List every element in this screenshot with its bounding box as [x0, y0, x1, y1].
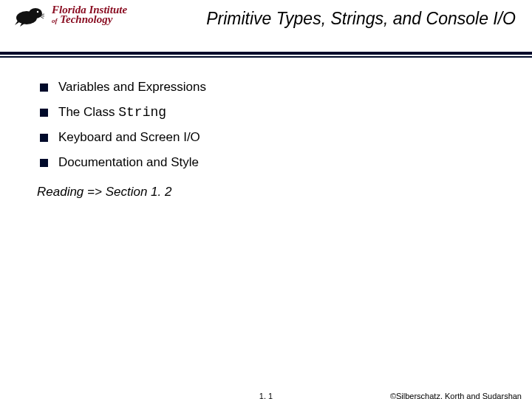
- panther-icon: [13, 4, 47, 28]
- slide-title: Primitive Types, Strings, and Console I/…: [206, 9, 516, 28]
- header-rule-thick: [0, 52, 532, 55]
- logo-text: Florida Institute of Technology: [52, 4, 127, 25]
- svg-point-1: [29, 8, 42, 18]
- bullet-text: Documentation and Style: [58, 155, 199, 170]
- institution-logo: Florida Institute of Technology: [13, 4, 127, 28]
- bullet-item: Documentation and Style: [40, 155, 502, 170]
- bullet-item: The Class String: [40, 105, 502, 120]
- bullet-text: The Class String: [58, 105, 166, 120]
- square-bullet-icon: [40, 83, 48, 92]
- bullet-text: Keyboard and Screen I/O: [58, 130, 200, 145]
- bullet-item: Keyboard and Screen I/O: [40, 130, 502, 145]
- copyright-text: ©Silberschatz, Korth and Sudarshan: [390, 392, 522, 399]
- svg-point-2: [37, 11, 38, 13]
- square-bullet-icon: [40, 109, 48, 117]
- header-rule-thin: [0, 56, 532, 58]
- slide-body: Variables and Expressions The Class Stri…: [40, 80, 502, 200]
- reading-note: Reading => Section 1. 2: [37, 185, 502, 200]
- bullet-item: Variables and Expressions: [40, 80, 502, 95]
- square-bullet-icon: [40, 159, 48, 167]
- page-number: 1. 1: [259, 392, 273, 399]
- bullet-text: Variables and Expressions: [58, 80, 206, 95]
- logo-line-2: of Technology: [52, 14, 127, 25]
- square-bullet-icon: [40, 134, 48, 142]
- slide-header: Florida Institute of Technology Primitiv…: [0, 0, 532, 58]
